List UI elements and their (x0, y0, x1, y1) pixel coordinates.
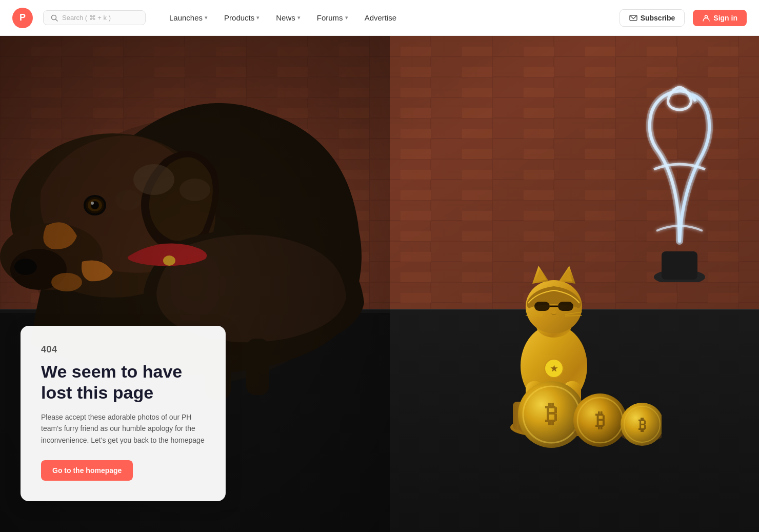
nav-news-label: News (276, 13, 295, 22)
subscribe-button[interactable]: Subscribe (620, 9, 685, 27)
homepage-button[interactable]: Go to the homepage (41, 460, 133, 481)
search-icon (51, 14, 58, 22)
svg-line-1 (56, 19, 58, 21)
svg-line-49 (526, 316, 543, 316)
nav-forums-label: Forums (317, 13, 343, 22)
nav-products[interactable]: Products ▾ (217, 9, 267, 26)
email-icon (629, 14, 637, 22)
error-title: We seem to have lost this page (41, 361, 205, 403)
nav-advertise-label: Advertise (365, 13, 397, 22)
nav-advertise[interactable]: Advertise (357, 9, 404, 26)
chevron-down-icon: ▾ (256, 14, 259, 21)
svg-rect-44 (534, 302, 550, 311)
nav-news[interactable]: News ▾ (269, 9, 308, 26)
chevron-down-icon: ▾ (297, 14, 301, 21)
signin-button[interactable]: Sign in (693, 10, 747, 26)
svg-point-47 (551, 310, 556, 314)
search-box[interactable]: Search ( ⌘ + k ) (43, 10, 146, 25)
svg-text:₿: ₿ (595, 409, 605, 431)
nav-launches[interactable]: Launches ▾ (162, 9, 215, 26)
hero-background: ★ (0, 36, 759, 532)
error-card: 404 We seem to have lost this page Pleas… (21, 326, 226, 501)
navbar: P Search ( ⌘ + k ) Launches ▾ Products ▾… (0, 0, 759, 36)
nav-launches-label: Launches (169, 13, 203, 22)
logo[interactable]: P (12, 8, 33, 28)
person-icon (702, 14, 710, 22)
bitcoin-coins: ₿ ₿ ₿ (518, 356, 662, 450)
nav-forums[interactable]: Forums ▾ (310, 9, 355, 26)
neon-light-sculpture (615, 77, 744, 284)
error-code: 404 (41, 344, 205, 355)
signin-label: Sign in (713, 14, 737, 22)
svg-rect-65 (662, 251, 697, 280)
subscribe-label: Subscribe (641, 14, 675, 22)
svg-rect-45 (558, 302, 573, 311)
svg-text:₿: ₿ (545, 400, 557, 427)
nav-products-label: Products (224, 13, 254, 22)
error-description: Please accept these adorable photos of o… (41, 411, 205, 446)
logo-letter: P (19, 12, 26, 23)
nav-items: Launches ▾ Products ▾ News ▾ Forums ▾ Ad… (162, 9, 404, 26)
chevron-down-icon: ▾ (345, 14, 348, 21)
svg-text:₿: ₿ (638, 416, 646, 433)
search-placeholder: Search ( ⌘ + k ) (62, 14, 111, 22)
svg-line-51 (565, 316, 582, 316)
chevron-down-icon: ▾ (205, 14, 208, 21)
